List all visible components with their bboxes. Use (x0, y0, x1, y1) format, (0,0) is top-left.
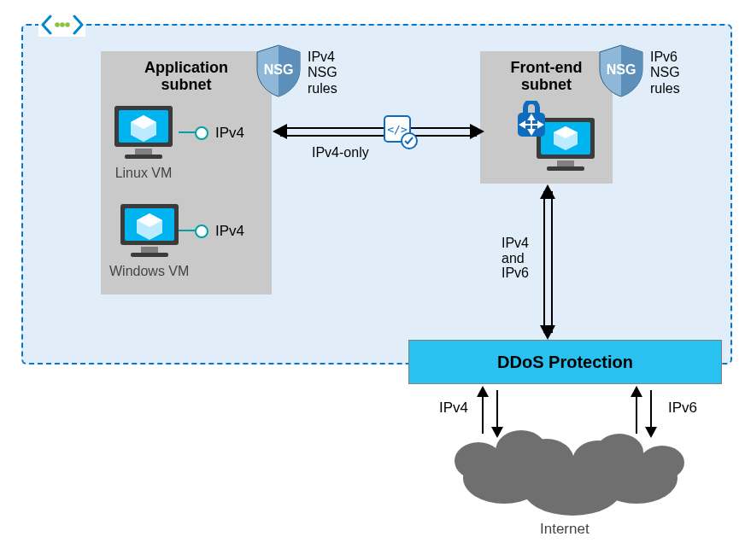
windows-vm-nic-proto: IPv4 (215, 223, 244, 240)
code-check-badge-icon: </> (382, 114, 419, 155)
nsg-shield-app: NSG (254, 44, 303, 102)
linux-vm-label: Linux VM (109, 166, 178, 181)
svg-point-57 (595, 434, 643, 471)
linux-vm: Linux VM (109, 102, 178, 181)
app-subnet-title-line2: subnet (161, 76, 211, 93)
nic-icon (195, 225, 208, 238)
ddos-protection-label: DDoS Protection (497, 353, 633, 372)
fe-subnet-title-line2: subnet (521, 76, 572, 93)
nsg-fe-rules-l3: rules (650, 81, 680, 96)
ddos-protection-bar: DDoS Protection (408, 340, 722, 384)
svg-point-56 (640, 446, 684, 480)
svg-rect-6 (125, 155, 162, 159)
front-end-subnet-title: Front-end subnet (480, 51, 613, 94)
svg-text:NSG: NSG (607, 62, 636, 77)
nsg-app-rules-label: IPv4 NSG rules (308, 50, 337, 96)
svg-point-50 (455, 442, 502, 480)
nsg-fe-rules-l2: NSG (650, 65, 680, 79)
link-fe-ddos-l1: IPv4 (502, 236, 529, 250)
nsg-app-rules-l2: NSG (308, 65, 337, 79)
internet-cloud-icon (444, 410, 692, 521)
svg-marker-42 (477, 386, 489, 397)
svg-rect-5 (135, 149, 152, 155)
nsg-app-rules-l1: IPv4 (308, 50, 335, 64)
svg-marker-46 (631, 386, 642, 397)
internet-label: Internet (540, 521, 590, 538)
svg-point-53 (519, 439, 574, 483)
application-subnet-title: Application subnet (101, 51, 272, 94)
link-fe-ddos-l3: IPv6 (502, 265, 529, 280)
svg-point-0 (55, 22, 60, 27)
svg-text:NSG: NSG (264, 62, 294, 77)
link-app-fe-label: IPv4-only (312, 145, 369, 160)
fe-subnet-title-line1: Front-end (511, 59, 583, 76)
link-fe-ddos-l2: and (502, 251, 525, 265)
svg-rect-11 (141, 247, 158, 253)
svg-rect-18 (547, 166, 584, 171)
vm-icon (115, 201, 184, 262)
virtual-network-icon (38, 13, 85, 37)
nsg-fe-rules-l1: IPv6 (650, 50, 678, 64)
nsg-app-rules-l3: rules (308, 81, 337, 96)
windows-vm: Windows VM (109, 201, 189, 279)
link-fe-ddos-label: IPv4 and IPv6 (502, 236, 529, 281)
svg-point-1 (60, 22, 65, 27)
nic-icon (195, 126, 208, 140)
nic-connector-line (179, 131, 196, 133)
windows-vm-label: Windows VM (109, 264, 189, 279)
front-end-vm (513, 101, 598, 181)
nsg-shield-fe: NSG (596, 44, 646, 102)
nsg-fe-rules-label: IPv6 NSG rules (650, 50, 680, 96)
app-subnet-title-line1: Application (144, 59, 228, 76)
nic-connector-line (179, 230, 196, 231)
vm-icon (109, 102, 178, 164)
linux-vm-nic-proto: IPv4 (215, 125, 244, 142)
svg-rect-17 (557, 160, 574, 166)
svg-rect-12 (131, 253, 168, 257)
svg-point-2 (65, 22, 70, 27)
